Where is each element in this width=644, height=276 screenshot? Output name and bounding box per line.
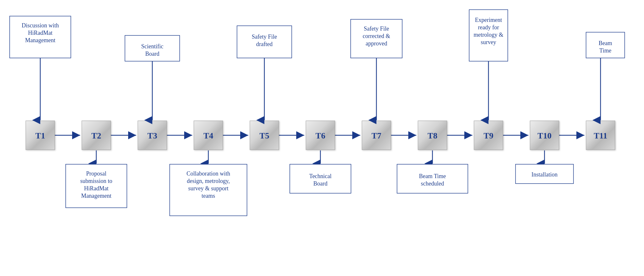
label-experiment-ready: Experiment xyxy=(475,17,502,23)
t8-label: T8 xyxy=(428,131,437,140)
t2-label: T2 xyxy=(91,131,101,140)
svg-text:HiRadMat: HiRadMat xyxy=(28,30,52,36)
diagram-container: T1 T2 T3 T4 T5 T6 T7 T8 T9 T10 T11 xyxy=(0,0,644,276)
svg-text:drafted: drafted xyxy=(256,41,273,47)
t7-label: T7 xyxy=(372,131,381,140)
label-beam-time-scheduled: Beam Time xyxy=(419,173,446,179)
t3-label: T3 xyxy=(147,131,157,140)
svg-text:Board: Board xyxy=(145,51,159,57)
label-discussion: Discussion with xyxy=(22,22,59,29)
svg-text:submission to: submission to xyxy=(80,178,112,184)
label-safety-drafted: Safety File xyxy=(252,33,277,40)
t4-label: T4 xyxy=(204,131,213,140)
svg-text:Management: Management xyxy=(81,193,111,199)
label-safety-approved: Safety File xyxy=(364,25,389,32)
svg-text:Management: Management xyxy=(25,37,55,43)
svg-text:HiRadMat: HiRadMat xyxy=(84,185,109,192)
label-proposal: Proposal xyxy=(86,170,107,177)
svg-text:approved: approved xyxy=(366,40,387,47)
svg-text:Board: Board xyxy=(313,180,327,187)
t5-label: T5 xyxy=(260,131,269,140)
svg-text:metrology &: metrology & xyxy=(474,32,504,38)
t1-label: T1 xyxy=(35,131,45,140)
svg-text:scheduled: scheduled xyxy=(421,180,444,187)
label-scientific-board: Scientific xyxy=(141,43,164,50)
svg-text:ready for: ready for xyxy=(478,24,499,31)
t10-label: T10 xyxy=(537,131,551,140)
label-installation: Installation xyxy=(532,171,558,178)
t9-label: T9 xyxy=(484,131,493,140)
svg-text:corrected &: corrected & xyxy=(363,33,390,39)
svg-text:design, metrology,: design, metrology, xyxy=(187,178,230,184)
t11-label: T11 xyxy=(594,131,607,140)
svg-text:survey & support: survey & support xyxy=(188,185,229,192)
svg-text:Time: Time xyxy=(599,47,611,54)
t6-label: T6 xyxy=(316,131,325,140)
label-collaboration: Collaboration with xyxy=(186,170,230,177)
svg-text:survey: survey xyxy=(481,39,496,45)
label-beam-time-above: Beam xyxy=(599,40,612,46)
svg-text:teams: teams xyxy=(202,193,215,199)
label-technical-board: Technical xyxy=(309,173,332,179)
